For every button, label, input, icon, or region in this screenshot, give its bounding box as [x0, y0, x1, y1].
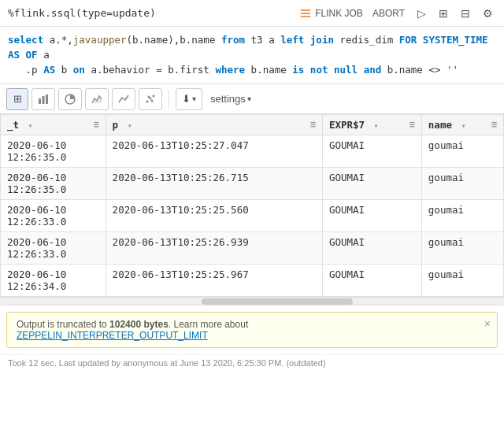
notice-bar: Output is truncated to 102400 bytes. Lea…	[6, 312, 498, 348]
col-menu-icon-t: ≡	[93, 119, 98, 130]
table-row: 2020-06-10 12:26:34.02020-06-13T10:25:25…	[1, 265, 504, 297]
svg-rect-3	[39, 98, 41, 104]
abort-button[interactable]: ABORT	[369, 6, 408, 20]
cell-expr7-2: GOUMAI	[322, 200, 421, 232]
cell-name-1: goumai	[421, 168, 503, 200]
cell-name-2: goumai	[421, 200, 503, 232]
cell-t-4: 2020-06-10 12:26:34.0	[1, 265, 106, 297]
notice-link[interactable]: ZEPPELIN_INTERPRETER_OUTPUT_LIMIT	[17, 330, 208, 341]
svg-point-11	[151, 99, 154, 102]
download-button[interactable]: ⬇ ▾	[176, 88, 202, 110]
svg-rect-2	[301, 16, 311, 17]
cell-expr7-4: GOUMAI	[322, 265, 421, 297]
top-bar-right: FLINK JOB ABORT ▷ ⊞ ⊟ ⚙	[299, 6, 496, 21]
svg-rect-0	[301, 9, 311, 11]
settings-gear-button[interactable]: ⚙	[480, 6, 496, 21]
col-menu-icon-expr7: ≡	[410, 119, 415, 130]
scatter-button[interactable]	[139, 88, 162, 110]
settings-caret-icon: ▾	[247, 94, 251, 103]
cell-p-4: 2020-06-13T10:25:25.967	[106, 265, 322, 297]
cell-t-2: 2020-06-10 12:26:33.0	[1, 200, 106, 232]
notice-text-before: Output is truncated to	[17, 319, 109, 330]
pie-chart-icon	[65, 94, 76, 105]
sort-icon-p: ▾	[128, 121, 132, 130]
table-container: _t ▾ ≡ p ▾ ≡ EXPR$7 ▾ ≡ name ▾ ≡ 2020-0	[0, 114, 504, 305]
cell-p-0: 2020-06-13T10:25:27.047	[106, 135, 322, 168]
toolbar-divider	[169, 91, 169, 108]
table-body: 2020-06-10 12:26:35.02020-06-13T10:25:27…	[1, 135, 504, 297]
cell-expr7-0: GOUMAI	[322, 135, 421, 168]
flink-job-label: FLINK JOB	[299, 7, 363, 20]
footer: Took 12 sec. Last updated by anonymous a…	[0, 354, 504, 371]
col-header-name[interactable]: name ▾ ≡	[421, 115, 503, 135]
split-button[interactable]: ⊞	[435, 6, 451, 21]
sql-line2: .p AS b on a.behavior = b.first where b.…	[8, 63, 496, 78]
pie-chart-button[interactable]	[58, 88, 82, 110]
line-chart-icon	[118, 94, 129, 105]
scrollbar-thumb	[202, 298, 353, 305]
command-label: %flink.ssql(type=update)	[8, 7, 156, 19]
download-icon: ⬇	[182, 93, 191, 105]
col-header-expr7[interactable]: EXPR$7 ▾ ≡	[322, 115, 421, 135]
svg-rect-1	[301, 13, 311, 14]
download-caret: ▾	[192, 94, 196, 103]
play-button[interactable]: ▷	[414, 6, 429, 21]
toolbar: ⊞ ⬇ ▾	[0, 84, 504, 114]
sql-area: select a.*,javaupper(b.name),b.name from…	[0, 27, 504, 84]
col-header-p[interactable]: p ▾ ≡	[106, 115, 322, 135]
cell-expr7-1: GOUMAI	[322, 168, 421, 200]
table-header: _t ▾ ≡ p ▾ ≡ EXPR$7 ▾ ≡ name ▾ ≡	[1, 115, 504, 135]
svg-point-7	[146, 100, 149, 102]
table-row: 2020-06-10 12:26:33.02020-06-13T10:25:25…	[1, 200, 504, 232]
sort-icon-t: ▾	[28, 121, 33, 130]
bar-chart-button[interactable]	[32, 88, 55, 110]
notice-close-button[interactable]: ×	[484, 317, 491, 330]
cell-t-3: 2020-06-10 12:26:33.0	[1, 232, 106, 265]
sort-icon-expr7: ▾	[374, 121, 379, 130]
grid-button[interactable]: ⊟	[458, 6, 473, 21]
svg-rect-5	[46, 94, 48, 104]
sort-icon-name: ▾	[461, 121, 465, 130]
cell-p-1: 2020-06-13T10:25:26.715	[106, 168, 322, 200]
table-view-button[interactable]: ⊞	[6, 88, 28, 110]
results-table: _t ▾ ≡ p ▾ ≡ EXPR$7 ▾ ≡ name ▾ ≡ 2020-0	[0, 114, 504, 297]
col-header-t[interactable]: _t ▾ ≡	[1, 115, 106, 135]
flink-job-text: FLINK JOB	[315, 8, 363, 19]
cell-t-1: 2020-06-10 12:26:35.0	[1, 168, 106, 200]
svg-point-10	[148, 95, 150, 98]
cell-t-0: 2020-06-10 12:26:35.0	[1, 135, 106, 168]
svg-point-9	[153, 94, 155, 97]
footer-text: Took 12 sec. Last updated by anonymous a…	[8, 358, 326, 368]
table-row: 2020-06-10 12:26:35.02020-06-13T10:25:26…	[1, 168, 504, 200]
horizontal-scrollbar[interactable]	[0, 297, 504, 305]
flink-logo-icon	[299, 7, 312, 20]
col-menu-icon-name: ≡	[491, 119, 497, 130]
notice-text-after: . Learn more about	[169, 319, 248, 330]
area-chart-icon	[91, 94, 102, 105]
cell-p-2: 2020-06-13T10:25:25.560	[106, 200, 322, 232]
settings-label: settings	[210, 93, 246, 105]
bar-chart-icon	[38, 94, 49, 105]
sql-line1: select a.*,javaupper(b.name),b.name from…	[8, 33, 496, 63]
col-menu-icon-p: ≡	[310, 119, 316, 130]
notice-limit: 102400 bytes	[109, 319, 169, 330]
cell-p-3: 2020-06-13T10:25:26.939	[106, 232, 322, 265]
top-bar: %flink.ssql(type=update) FLINK JOB ABORT…	[0, 0, 504, 27]
settings-button[interactable]: settings ▾	[206, 91, 256, 107]
command-text: %flink.ssql(type=update)	[8, 7, 156, 19]
table-row: 2020-06-10 12:26:35.02020-06-13T10:25:27…	[1, 135, 504, 168]
cell-name-4: goumai	[421, 265, 503, 297]
cell-name-0: goumai	[421, 135, 503, 168]
cell-expr7-3: GOUMAI	[322, 232, 421, 265]
line-chart-button[interactable]	[112, 88, 135, 110]
table-row: 2020-06-10 12:26:33.02020-06-13T10:25:26…	[1, 232, 504, 265]
area-chart-button[interactable]	[85, 88, 109, 110]
scatter-icon	[145, 94, 156, 105]
svg-rect-4	[43, 96, 45, 104]
cell-name-3: goumai	[421, 232, 503, 265]
